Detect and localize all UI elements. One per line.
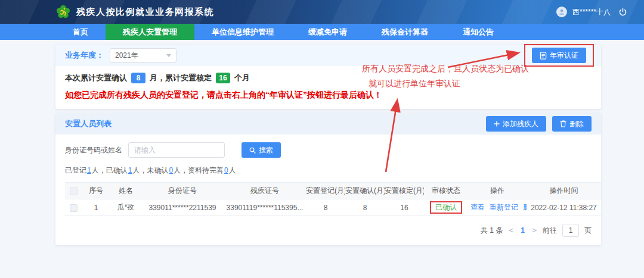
prev-page-icon[interactable]: <	[508, 226, 514, 235]
view-link[interactable]: 查看	[470, 203, 485, 211]
stat-registered-count[interactable]: 1	[87, 166, 91, 174]
col-confirm-months: 安置确认(月)	[345, 183, 385, 199]
delete-row-link[interactable]: 删除	[523, 203, 527, 211]
year-select-row: 业务年度： 2021年 年审认证	[55, 45, 601, 66]
search-button[interactable]: 搜索	[242, 142, 281, 158]
col-cert-number: 残疾证号	[224, 183, 306, 199]
col-reg-months: 安置登记(月)	[306, 183, 345, 199]
summary-mid: 月，累计安置核定	[150, 73, 212, 83]
summary-suffix: 个月	[234, 73, 250, 83]
year-select[interactable]: 2021年	[110, 48, 177, 63]
add-disabled-person-button[interactable]: 添加残疾人	[486, 116, 546, 132]
app-header: 残疾人按比例就业业务网报系统 西******十八	[0, 0, 644, 24]
chevron-down-icon	[166, 54, 171, 57]
page-title: 残疾人按比例就业业务网报系统	[76, 7, 214, 18]
trash-icon	[560, 120, 566, 127]
goto-page-input[interactable]	[562, 224, 579, 237]
annotation-line-1: 所有人员安置完成之后，且人员状态为已确认	[362, 64, 529, 74]
status-badge-confirmed: 已确认	[430, 201, 462, 214]
nav-item-unit-info[interactable]: 单位信息维护管理	[194, 24, 291, 40]
stat-incomplete-label: 资料待完善	[188, 166, 224, 174]
search-input[interactable]	[128, 142, 225, 158]
summary-prefix: 本次累计安置确认	[65, 73, 127, 83]
stat-confirmed-count[interactable]: 1	[128, 166, 132, 174]
nav-item-fund-calculator[interactable]: 残保金计算器	[364, 24, 445, 40]
search-label: 身份证号码或姓名	[65, 145, 122, 155]
person-icon	[558, 8, 565, 15]
table-header-row: 序号 姓名 身份证号 残疾证号 安置登记(月) 安置确认(月) 安置核定(月) …	[65, 183, 601, 199]
plus-icon	[494, 121, 500, 127]
stat-confirmed-label: 已确认	[106, 166, 128, 174]
pagination: 共 1 条 < 1 > 前往 页	[65, 224, 592, 237]
pagination-total: 共 1 条	[481, 226, 503, 236]
page-number-1[interactable]: 1	[519, 226, 526, 235]
personnel-list-title: 安置人员列表	[65, 118, 112, 129]
cell-op-time: 2022-02-12 11:38:27	[527, 199, 601, 216]
stat-unconfirmed-count[interactable]: 0	[169, 166, 173, 174]
table-row: 1 瓜*孜 339011******2211539 33901119******…	[65, 199, 601, 216]
stat-registered-label: 已登记	[65, 166, 86, 174]
cell-seq: 1	[82, 199, 110, 216]
col-operations: 操作	[468, 183, 527, 199]
cell-cert-number: 33901119******115395...	[224, 199, 306, 216]
col-audit-status: 审核状态	[424, 183, 468, 199]
goto-unit: 页	[584, 226, 592, 236]
goto-label: 前往	[543, 226, 557, 236]
year-select-value: 2021年	[115, 51, 138, 61]
nav-item-notices[interactable]: 通知公告	[445, 24, 511, 40]
business-year-panel: 业务年度： 2021年 年审认证 本次累计安置确认 8 月，累计安置核定	[55, 45, 601, 109]
confirmed-months-badge: 8	[131, 73, 145, 83]
row-checkbox[interactable]	[70, 204, 78, 212]
select-all-checkbox[interactable]	[70, 188, 78, 195]
stat-incomplete-count[interactable]: 0	[224, 166, 228, 174]
personnel-list-panel: 安置人员列表 添加残疾人 删除 身份证号码或姓名	[55, 113, 601, 245]
col-approved-months: 安置核定(月)	[385, 183, 424, 199]
annotation-line-2: 就可以进行单位年审认证	[369, 79, 460, 89]
col-op-time: 操作时间	[527, 183, 601, 199]
nav-item-deferral-apply[interactable]: 缓减免申请	[291, 24, 364, 40]
stat-unconfirmed-label: 未确认	[147, 166, 168, 174]
cell-id-number: 339011******2211539	[141, 199, 224, 216]
year-label: 业务年度：	[65, 50, 104, 61]
approved-months-badge: 16	[216, 73, 230, 83]
document-icon	[540, 52, 547, 60]
final-confirm-warning: 如您已完成所有残疾人员的安置登记，请点击右上角的“年审认证”按钮进行最后确认！	[65, 90, 592, 101]
col-name: 姓名	[110, 183, 141, 199]
delete-button[interactable]: 删除	[552, 116, 592, 132]
cell-name: 瓜*孜	[110, 199, 141, 216]
logout-power-icon[interactable]	[618, 8, 627, 17]
reregister-link[interactable]: 重新登记	[490, 203, 518, 211]
next-page-icon[interactable]: >	[531, 226, 537, 235]
user-avatar	[556, 7, 567, 17]
personnel-table: 序号 姓名 身份证号 残疾证号 安置登记(月) 安置确认(月) 安置核定(月) …	[65, 182, 601, 216]
registration-stats: 已登记1人，已确认1人，未确认0人，资料待完善0人	[65, 165, 592, 176]
cell-confirm-months: 8	[345, 199, 385, 216]
annotation-highlight-box: 年审认证	[524, 44, 594, 67]
cell-reg-months: 8	[306, 199, 345, 216]
search-icon	[249, 147, 256, 154]
nav-item-placement-mgmt[interactable]: 残疾人安置管理	[106, 24, 194, 40]
personnel-list-header: 安置人员列表 添加残疾人 删除	[55, 113, 601, 135]
col-id-number: 身份证号	[141, 183, 224, 199]
cell-approved-months: 16	[385, 199, 424, 216]
nav-item-home[interactable]: 首页	[55, 24, 106, 40]
app-logo-icon	[55, 4, 71, 20]
col-seq: 序号	[82, 183, 110, 199]
main-nav: 首页 残疾人安置管理 单位信息维护管理 缓减免申请 残保金计算器 通知公告	[0, 24, 644, 40]
username-text[interactable]: 西******十八	[572, 7, 611, 17]
annual-cert-button[interactable]: 年审认证	[532, 48, 586, 63]
